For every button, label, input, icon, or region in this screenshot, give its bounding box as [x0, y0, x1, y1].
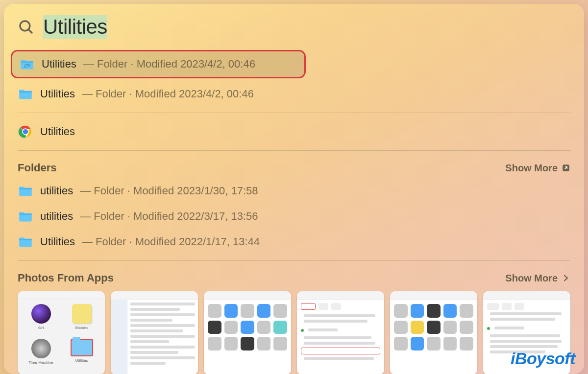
thumb-label: Stickies [75, 326, 89, 330]
section-title: Folders [18, 162, 56, 174]
folders-section-header: Folders Show More [11, 157, 577, 178]
result-name: utilities [40, 185, 73, 197]
spotlight-window: Utilities — Folder · Modified 2023/4/2, … [4, 4, 584, 374]
svg-line-1 [28, 29, 32, 33]
svg-rect-8 [19, 188, 32, 189]
result-meta: — Folder · Modified 2022/1/17, 13:44 [82, 235, 260, 248]
result-name: Utilities [40, 125, 75, 138]
folder-icon [18, 234, 33, 250]
folder-utilities-icon [19, 56, 35, 72]
result-name: Utilities [42, 58, 76, 70]
svg-rect-3 [19, 91, 32, 92]
section-title: Photos From Apps [18, 272, 114, 284]
chevron-right-icon [562, 274, 570, 282]
divider [18, 260, 570, 261]
search-bar [4, 4, 584, 48]
web-result-row[interactable]: Utilities [11, 119, 577, 144]
thumb-label: Utilities [75, 358, 88, 363]
result-name: Utilities [40, 235, 75, 248]
photos-section-header: Photos From Apps Show More [11, 267, 577, 288]
svg-rect-9 [19, 213, 32, 214]
selected-result-highlight: Utilities — Folder · Modified 2023/4/2, … [11, 50, 306, 78]
folder-icon [18, 183, 33, 199]
show-more-button[interactable]: Show More [505, 273, 570, 284]
result-row[interactable]: Utilities — Folder · Modified 2022/1/17,… [11, 229, 577, 255]
result-row[interactable]: Utilities — Folder · Modified 2023/4/2, … [11, 81, 577, 107]
show-more-label: Show More [505, 163, 558, 174]
thumb-label: Siri [38, 326, 44, 330]
photo-thumb[interactable] [483, 291, 570, 374]
result-name: utilities [40, 210, 73, 223]
photo-thumb[interactable]: Siri Stickies Time Machine Utilities [18, 291, 105, 374]
folder-icon [18, 209, 33, 224]
show-more-button[interactable]: Show More [505, 163, 570, 174]
search-icon [18, 19, 34, 35]
thumb-label: Time Machine [29, 360, 53, 365]
photo-thumb[interactable] [204, 291, 291, 374]
result-meta: — Folder · Modified 2023/1/30, 17:58 [80, 185, 258, 197]
show-more-label: Show More [505, 273, 558, 284]
result-meta: — Folder · Modified 2023/4/2, 00:46 [83, 58, 255, 70]
result-row[interactable]: utilities — Folder · Modified 2022/3/17,… [11, 204, 577, 229]
divider [18, 113, 570, 113]
photo-thumb[interactable] [111, 291, 198, 374]
result-name: Utilities [40, 88, 75, 100]
photos-strip: Siri Stickies Time Machine Utilities [11, 288, 577, 374]
svg-rect-10 [19, 239, 32, 240]
chrome-icon [18, 124, 33, 140]
open-icon [562, 164, 570, 172]
divider [18, 150, 570, 151]
search-input[interactable] [42, 15, 570, 39]
top-hits: Utilities — Folder · Modified 2023/4/2, … [11, 50, 577, 107]
result-meta: — Folder · Modified 2023/4/2, 00:46 [82, 88, 254, 100]
result-row[interactable]: utilities — Folder · Modified 2023/1/30,… [11, 178, 577, 204]
photo-thumb[interactable] [390, 291, 477, 374]
result-row[interactable]: Utilities — Folder · Modified 2023/4/2, … [12, 51, 304, 77]
folder-icon [18, 86, 33, 102]
result-meta: — Folder · Modified 2022/3/17, 13:56 [80, 210, 258, 223]
folders-list: utilities — Folder · Modified 2023/1/30,… [11, 178, 577, 255]
photo-thumb[interactable] [297, 291, 384, 374]
svg-rect-2 [21, 61, 33, 62]
